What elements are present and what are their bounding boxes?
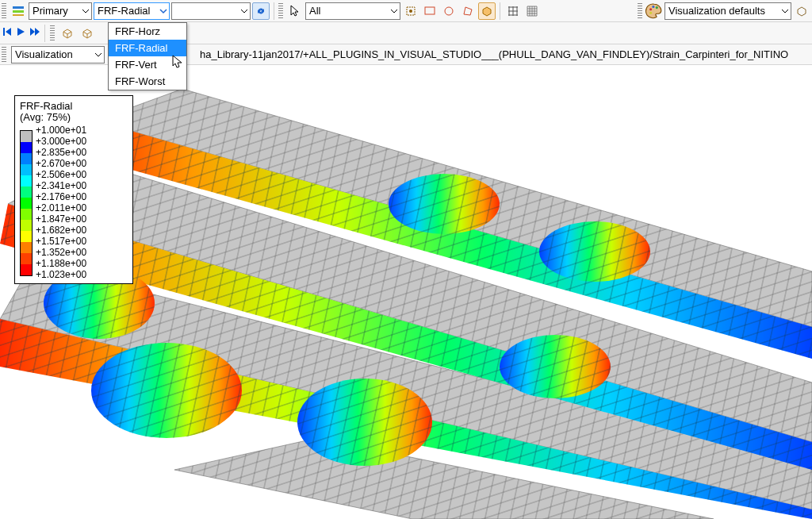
chevron-down-icon — [237, 7, 248, 15]
svg-rect-1 — [13, 10, 24, 13]
svg-point-32 — [539, 221, 650, 282]
component-combo[interactable] — [171, 2, 251, 20]
toolbar-main: Primary FRF-Radial All Visualization def… — [0, 0, 812, 22]
grid-coarse-icon[interactable] — [504, 2, 522, 20]
cursor-icon — [172, 55, 183, 71]
fast-forward-icon[interactable] — [29, 26, 40, 40]
toolbar-grip[interactable] — [278, 3, 283, 19]
field-name-combo[interactable]: FRF-Radial — [94, 2, 170, 20]
svg-rect-2 — [13, 14, 24, 16]
dropdown-item[interactable]: FRF-Horz — [109, 23, 186, 40]
separator — [274, 2, 274, 20]
svg-point-8 — [652, 5, 654, 7]
svg-rect-0 — [13, 6, 24, 9]
svg-rect-5 — [425, 7, 435, 14]
wire-box2-icon[interactable] — [79, 25, 96, 42]
dropdown-item-selected[interactable]: FRF-Radial — [109, 40, 186, 56]
render-style-combo[interactable]: Visualization defaults — [665, 2, 791, 20]
chevron-down-icon — [387, 7, 398, 15]
circle-select-icon[interactable] — [440, 2, 458, 20]
svg-point-26 — [297, 379, 432, 466]
svg-point-6 — [445, 7, 453, 15]
selection-filter-combo[interactable]: All — [305, 2, 400, 20]
svg-point-34 — [500, 335, 611, 398]
variable-type-value: Primary — [33, 5, 68, 17]
chevron-down-icon — [778, 7, 789, 15]
legend-title: FRF-Radial — [20, 101, 128, 112]
module-value: Visualization — [15, 48, 73, 60]
toolbar-grip[interactable] — [2, 3, 6, 19]
select-inside-icon[interactable] — [402, 2, 419, 20]
toolbar-grip[interactable] — [2, 47, 6, 63]
perspective-icon[interactable] — [793, 2, 810, 20]
play-icon[interactable] — [15, 26, 26, 40]
wire-box-icon[interactable] — [59, 25, 76, 42]
separator — [500, 2, 500, 20]
rect-select-icon[interactable] — [421, 2, 439, 20]
svg-point-30 — [389, 174, 500, 234]
toolbar-grip[interactable] — [50, 25, 55, 41]
legend-values: +1.000e+01 +3.000e+00 +2.835e+00 +2.670e… — [36, 125, 86, 280]
field-name-value: FRF-Radial — [98, 5, 150, 17]
chevron-down-icon — [91, 51, 102, 59]
svg-point-4 — [409, 10, 412, 13]
box-select-icon[interactable] — [478, 2, 496, 20]
variable-type-combo[interactable]: Primary — [29, 2, 92, 20]
field-output-icon[interactable] — [10, 2, 27, 20]
toolbar-grip[interactable] — [638, 3, 642, 19]
svg-point-7 — [649, 8, 652, 10]
chevron-down-icon — [79, 7, 90, 15]
poly-select-icon[interactable] — [459, 2, 477, 20]
palette-icon[interactable] — [645, 2, 663, 20]
breadcrumb: ha_Library-11jan2017/+ALL_PLUGINS_IN_VIS… — [200, 48, 788, 60]
rewind-icon[interactable] — [2, 26, 13, 40]
separator — [44, 25, 45, 42]
module-combo[interactable]: Visualization — [11, 46, 105, 63]
dropdown-item[interactable]: FRF-Worst — [109, 73, 186, 90]
pointer-icon[interactable] — [286, 2, 304, 20]
legend-avg: (Avg: 75%) — [20, 112, 128, 123]
chevron-down-icon — [156, 7, 167, 15]
legend-colorbar — [20, 130, 33, 276]
selection-filter-value: All — [309, 5, 320, 17]
render-style-value: Visualization defaults — [668, 5, 765, 17]
contour-legend: FRF-Radial (Avg: 75%) +1.000e+01 +3.000e… — [14, 95, 133, 284]
sync-icon[interactable] — [252, 2, 270, 20]
svg-point-24 — [91, 343, 242, 438]
svg-point-10 — [649, 11, 652, 13]
svg-point-9 — [656, 6, 658, 9]
grid-fine-icon[interactable] — [523, 2, 541, 20]
